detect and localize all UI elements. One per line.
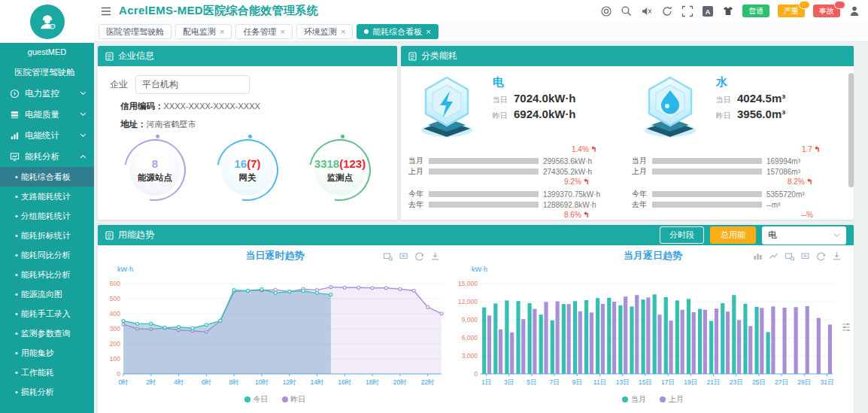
day-change: 1.7 ↰ (632, 145, 821, 155)
sidebar-subitem-10[interactable]: •用能集抄 (0, 343, 94, 363)
scrollbar-thumb[interactable] (848, 73, 854, 187)
sidebar-group-4[interactable]: 能耗分析 (0, 146, 94, 167)
toolbox-restore-icon[interactable] (414, 251, 424, 261)
month-change: 9.2% ↰ (408, 178, 590, 187)
tab-4[interactable]: 环境监测× (296, 24, 353, 39)
month-change: 8.2% ↰ (632, 178, 813, 187)
user-icon[interactable] (848, 5, 860, 17)
sidebar-subitem-11[interactable]: •工作能耗 (0, 363, 94, 382)
alarm-count-bubble (834, 1, 845, 9)
sidebar-subitem-3[interactable]: •分组能耗统计 (0, 206, 94, 226)
energy-row-label: 昨日 (716, 111, 737, 121)
svg-text:6时: 6时 (202, 378, 211, 386)
alarm-badge-3[interactable]: 事故 (813, 5, 840, 17)
toolbox-zoom-reset-icon[interactable] (399, 251, 408, 261)
target-icon[interactable] (600, 5, 612, 17)
stat-ring: 3318(123)监测点 (297, 127, 383, 213)
fullscreen-icon[interactable] (681, 5, 693, 17)
alarm-badge-1[interactable]: 普通 (742, 5, 769, 17)
water-hex-icon (632, 73, 709, 145)
bar-track (429, 191, 539, 197)
engineer-avatar[interactable] (30, 5, 65, 39)
sidebar-group-2[interactable]: 电能质量 (0, 104, 94, 125)
bar-value: 157086m³ (766, 168, 800, 176)
energy-bar-row: 上月274305.2kW·h (408, 166, 623, 177)
hamburger-menu-icon[interactable] (100, 5, 112, 17)
sidebar-group-1[interactable]: 电力监控 (0, 83, 94, 104)
sidebar-subitem-2[interactable]: •支路能耗统计 (0, 187, 94, 206)
tab-close-icon[interactable]: × (280, 27, 284, 36)
enterprise-panel-title: 企业信息 (118, 50, 154, 62)
hourly-trend-chart[interactable]: 01002003004005006000时2时4时6时8时10时12时14时16… (98, 279, 452, 393)
tab-close-icon[interactable]: × (341, 27, 345, 36)
tab-5[interactable]: 能耗综合看板× (357, 24, 438, 39)
sidebar-group-label: 电力监控 (25, 88, 59, 99)
tab-3[interactable]: 任务管理× (235, 24, 292, 39)
energy-type-select[interactable]: 电 (762, 226, 846, 244)
legend-item[interactable]: 当月 (622, 394, 646, 405)
toolbox-download-icon[interactable] (430, 251, 440, 261)
svg-text:5日: 5日 (527, 378, 536, 386)
toolbox-zoom-reset-icon[interactable] (800, 251, 810, 261)
toolbox-restore-icon[interactable] (816, 251, 826, 261)
energy-panel-title: 分类能耗 (421, 50, 457, 62)
bar-track (652, 191, 762, 197)
sidebar-subitem-5[interactable]: •能耗同比分析 (0, 245, 94, 265)
legend-item[interactable]: 昨日 (282, 394, 306, 405)
bar-track (429, 202, 539, 208)
sidebar-item-dashboard[interactable]: 医院管理驾驶舱 (0, 62, 94, 83)
chevron-down-icon (80, 91, 86, 96)
time-period-button[interactable]: 分时段 (660, 226, 704, 244)
toolbox-line-chart-icon[interactable] (769, 251, 778, 261)
total-energy-button[interactable]: 总用能 (710, 226, 756, 244)
theme-skin-icon[interactable] (722, 5, 734, 17)
sidebar-subitem-7[interactable]: •能源流向图 (0, 284, 94, 304)
tab-1[interactable]: 医院管理驾驶舱 (99, 24, 171, 39)
energy-row-value: 6924.0kW·h (514, 108, 576, 120)
svg-text:17日: 17日 (661, 378, 675, 386)
svg-text:6,000: 6,000 (462, 334, 478, 342)
sidebar-subitem-1[interactable]: •能耗综合看板 (0, 167, 94, 187)
chart-drag-handle-icon[interactable] (842, 322, 851, 333)
toolbox-bar-chart-icon[interactable] (753, 251, 763, 261)
sidebar-subitem-8[interactable]: •能耗手工录入 (0, 304, 94, 323)
sidebar-subitem-12[interactable]: •损耗分析 (0, 382, 94, 402)
energy-bar-row: 当月169994m³ (632, 156, 846, 166)
svg-text:12时: 12时 (283, 378, 296, 386)
toolbox-datazoom-icon[interactable] (383, 251, 393, 261)
sidebar-subitem-4[interactable]: •能耗折标统计 (0, 226, 94, 245)
toolbox-datazoom-icon[interactable] (785, 251, 794, 261)
sidebar-subitem-6[interactable]: •能耗环比分析 (0, 265, 94, 284)
legend-item[interactable]: 今日 (244, 394, 269, 405)
legend-dot-icon (244, 396, 250, 402)
tab-close-icon[interactable]: × (426, 27, 430, 36)
sidebar-group-3[interactable]: 电能统计 (0, 125, 94, 146)
tab-close-icon[interactable]: × (220, 27, 224, 36)
sidebar-subitem-9[interactable]: •监测参数查询 (0, 323, 94, 343)
legend-label: 今日 (253, 395, 269, 403)
sound-muted-icon[interactable] (641, 5, 653, 17)
daily-trend-chart[interactable]: 03,0006,0009,00012,00015,0001日3日5日7日9日11… (452, 279, 854, 393)
increase-arrow-icon: ↰ (807, 178, 813, 186)
company-input[interactable] (135, 75, 250, 94)
topbar: AcrelEMS-MED医院综合能效管理系统 A普通严重事故 (0, 0, 868, 22)
sidebar-subitem-label: 能耗同比分析 (21, 251, 71, 260)
bar-value: 1288692.8kW·h (543, 201, 596, 209)
bar-label: 今年 (632, 189, 652, 199)
translate-icon[interactable]: A (702, 5, 714, 17)
stat-value: 3318(123) (314, 157, 366, 170)
svg-text:500: 500 (110, 295, 120, 302)
refresh-icon[interactable] (661, 5, 673, 17)
svg-text:10时: 10时 (255, 378, 269, 386)
legend-item[interactable]: 上月 (660, 394, 684, 405)
increase-arrow-icon: ↰ (584, 178, 590, 186)
tab-2[interactable]: 配电监测× (175, 24, 232, 39)
alarm-badge-2[interactable]: 严重 (778, 5, 805, 17)
search-icon[interactable] (621, 5, 633, 17)
svg-text:18时: 18时 (366, 378, 379, 386)
legend-dot-icon (282, 396, 288, 402)
energy-by-category-panel: 分类能耗 电当日7024.0kW·h昨日6924.0kW·h1.4% ↰当月29… (401, 46, 854, 220)
svg-text:1日: 1日 (481, 378, 491, 386)
toolbox-download-icon[interactable] (832, 251, 842, 261)
legend-dot-icon (622, 396, 628, 402)
